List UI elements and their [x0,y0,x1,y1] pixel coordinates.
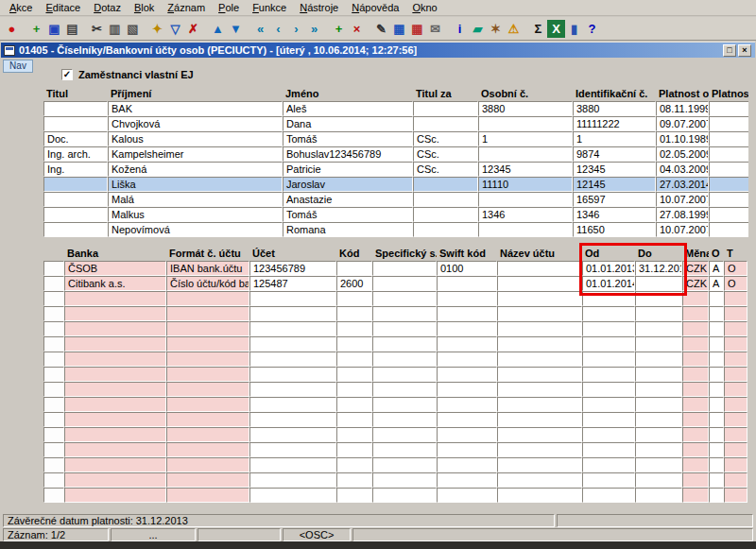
accounts-row[interactable] [43,397,748,412]
accounts-cell[interactable] [336,442,372,457]
accounts-cell[interactable] [635,397,682,412]
persons-cell[interactable]: Dana [283,116,413,131]
window-titlebar[interactable]: 01405 - Číselníky/Bankovní účty osob (PE… [1,42,755,58]
first-record-icon[interactable]: « [251,20,269,38]
edit-icon[interactable]: ✎ [372,20,390,38]
persons-cell[interactable]: Chvojková [108,116,283,131]
accounts-cell[interactable] [336,336,372,352]
calendar-icon[interactable]: ▦ [408,20,426,38]
employees-own-ej-checkbox[interactable]: ✓ Zaměstnanci vlastní EJ [61,69,194,80]
restore-icon[interactable]: □ [723,44,736,57]
accounts-cell[interactable] [724,367,747,382]
accounts-record-selector[interactable] [43,276,64,291]
accounts-cell[interactable] [709,291,724,306]
accounts-cell[interactable] [709,321,724,336]
accounts-cell[interactable]: 123456789 [249,261,336,276]
accounts-cell[interactable] [635,367,682,382]
checkbox-icon[interactable]: ✓ [61,69,73,80]
persons-cell[interactable] [43,177,108,192]
persons-cell[interactable]: 16597 [573,192,656,207]
accounts-cell[interactable] [437,336,497,352]
accounts-cell[interactable] [437,321,497,336]
accounts-row[interactable] [43,472,748,488]
persons-cell[interactable]: Malá [108,192,283,207]
accounts-cell[interactable] [249,397,336,412]
accounts-cell[interactable] [709,472,724,488]
accounts-cell[interactable] [64,397,166,412]
accounts-cell[interactable] [166,291,249,306]
accounts-cell[interactable] [249,306,336,321]
accounts-cell[interactable] [437,352,497,367]
persons-cell[interactable]: 3880 [478,101,573,116]
accounts-cell[interactable] [336,488,372,503]
accounts-cell[interactable] [336,306,372,321]
menu-item-záznam[interactable]: Záznam [161,1,212,15]
paste-icon[interactable]: ▧ [124,20,142,38]
copy-icon[interactable]: ▥ [106,20,124,38]
accounts-cell[interactable] [249,382,336,397]
accounts-cell[interactable] [64,427,166,442]
help-icon[interactable]: ? [583,20,601,38]
persons-cell[interactable]: 11650 [573,222,656,237]
accounts-cell[interactable] [497,457,582,472]
accounts-cell[interactable] [372,336,437,352]
accounts-cell[interactable] [724,306,747,321]
accounts-cell[interactable] [497,488,582,503]
accounts-cell[interactable] [336,382,372,397]
accounts-cell[interactable] [709,397,724,412]
accounts-cell[interactable] [582,321,635,336]
persons-cell[interactable]: Romana [283,222,413,237]
persons-cell[interactable]: 1346 [478,207,573,222]
menu-item-dotaz[interactable]: Dotaz [87,1,128,15]
accounts-cell[interactable] [372,457,437,472]
persons-cell[interactable] [709,162,748,177]
accounts-cell[interactable] [249,367,336,382]
persons-row[interactable]: Ing. arch.KampelsheimerBohuslav123456789… [43,146,748,162]
scroll-up-icon[interactable]: ▲ [209,20,227,38]
persons-cell[interactable] [478,222,573,237]
accounts-row[interactable] [43,382,748,397]
accounts-cell[interactable] [372,488,437,503]
persons-cell[interactable]: Tomáš [283,207,413,222]
accounts-cell[interactable] [682,306,709,321]
accounts-cell[interactable] [437,427,497,442]
accounts-cell[interactable] [635,427,682,442]
persons-cell[interactable]: Nepovímová [108,222,283,237]
accounts-cell[interactable] [249,457,336,472]
accounts-cell[interactable] [582,306,635,321]
persons-cell[interactable]: 12345 [478,162,573,177]
accounts-cell[interactable] [497,321,582,336]
accounts-cell[interactable] [372,427,437,442]
insert-record-icon[interactable]: + [330,20,348,38]
accounts-cell[interactable] [497,397,582,412]
persons-cell[interactable]: CSc. [413,162,478,177]
accounts-row[interactable] [43,442,748,457]
persons-cell[interactable] [413,192,478,207]
persons-cell[interactable] [478,116,573,131]
book-icon[interactable]: ▮ [565,20,583,38]
accounts-cell[interactable] [635,306,682,321]
accounts-cell[interactable] [166,488,249,503]
accounts-cell[interactable] [497,442,582,457]
persons-cell[interactable]: Liška [108,177,283,192]
accounts-cell[interactable] [64,291,166,306]
persons-cell[interactable] [43,116,108,131]
accounts-cell[interactable] [582,367,635,382]
sum-icon[interactable]: Σ [529,20,547,38]
accounts-cell[interactable] [682,397,709,412]
accounts-cell[interactable] [437,291,497,306]
persons-cell[interactable] [709,192,748,207]
accounts-cell[interactable] [635,412,682,427]
accounts-cell[interactable] [372,367,437,382]
accounts-cell[interactable] [709,382,724,397]
persons-cell[interactable] [413,207,478,222]
accounts-cell[interactable] [682,412,709,427]
persons-cell[interactable]: Ing. [43,162,108,177]
accounts-cell[interactable] [336,352,372,367]
persons-cell[interactable] [43,192,108,207]
persons-cell[interactable] [413,116,478,131]
accounts-cell[interactable] [635,472,682,488]
persons-cell[interactable]: 27.03.2014 [656,177,709,192]
accounts-cell[interactable] [166,472,249,488]
accounts-cell[interactable] [724,442,747,457]
